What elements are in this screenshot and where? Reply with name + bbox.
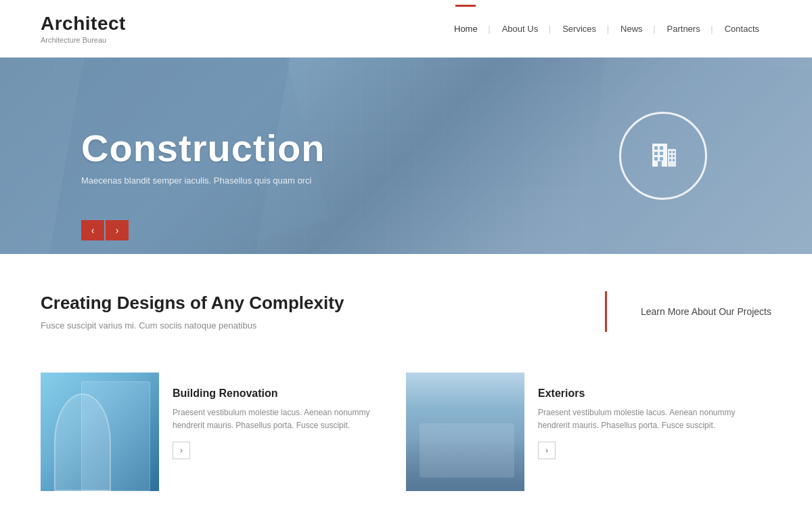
card-content-renovation: Building Renovation Praesent vestibulum … — [159, 373, 406, 491]
svg-rect-4 — [660, 152, 663, 155]
nav-item-news[interactable]: News — [608, 24, 655, 34]
svg-rect-6 — [660, 157, 663, 161]
info-text: Fusce suscipit varius mi. Cum sociis nat… — [41, 320, 571, 331]
svg-rect-10 — [673, 151, 675, 153]
svg-rect-14 — [673, 159, 675, 161]
nav-item-home[interactable]: Home — [442, 24, 490, 34]
hero-content: Construction Maecenas blandit semper iac… — [0, 126, 595, 186]
site-header: Architect Architecture Bureau Home About… — [0, 0, 812, 58]
card-image-renovation — [41, 373, 159, 491]
main-nav: Home About Us Services News Partners Con… — [442, 24, 771, 34]
nav-item-partners[interactable]: Partners — [655, 24, 713, 34]
card-image-exteriors — [406, 373, 524, 491]
hero-title: Construction — [81, 126, 595, 170]
card-building-renovation: Building Renovation Praesent vestibulum … — [41, 373, 406, 491]
cards-section: Building Renovation Praesent vestibulum … — [0, 359, 812, 491]
info-heading: Creating Designs of Any Complexity — [41, 293, 571, 314]
svg-rect-8 — [668, 149, 676, 167]
svg-rect-9 — [669, 151, 671, 153]
next-slide-button[interactable]: › — [106, 220, 129, 240]
building-icon — [646, 135, 681, 176]
logo-title: Architect — [41, 13, 126, 35]
info-left: Creating Designs of Any Complexity Fusce… — [41, 293, 571, 331]
card-title-exteriors: Exteriors — [538, 387, 758, 400]
logo: Architect Architecture Bureau — [41, 13, 126, 44]
nav-item-services[interactable]: Services — [550, 24, 608, 34]
svg-rect-2 — [660, 146, 663, 150]
svg-rect-5 — [654, 157, 658, 161]
card-exteriors: Exteriors Praesent vestibulum molestie l… — [406, 373, 771, 491]
hero-icon-circle — [619, 112, 707, 200]
svg-rect-3 — [654, 152, 658, 155]
card-title-renovation: Building Renovation — [173, 387, 392, 400]
info-section: Creating Designs of Any Complexity Fusce… — [0, 254, 812, 359]
card-arrow-renovation[interactable]: › — [173, 442, 190, 459]
logo-subtitle: Architecture Bureau — [41, 36, 126, 44]
learn-more-button[interactable]: Learn More About Our Projects — [641, 306, 771, 317]
svg-rect-11 — [669, 155, 671, 157]
nav-item-contacts[interactable]: Contacts — [713, 24, 771, 34]
info-right: Learn More About Our Projects — [641, 305, 771, 318]
svg-rect-7 — [658, 161, 662, 167]
info-divider — [605, 291, 607, 332]
hero-icon-area — [595, 112, 731, 200]
svg-rect-12 — [673, 155, 675, 157]
hero-arrows: ‹ › — [81, 220, 129, 240]
nav-item-about[interactable]: About Us — [490, 24, 550, 34]
card-text-exteriors: Praesent vestibulum molestie lacus. Aene… — [538, 406, 758, 432]
card-content-exteriors: Exteriors Praesent vestibulum molestie l… — [524, 373, 771, 491]
card-arrow-exteriors[interactable]: › — [538, 442, 556, 459]
hero-section: Construction Maecenas blandit semper iac… — [0, 58, 812, 254]
svg-rect-13 — [669, 159, 671, 161]
card-text-renovation: Praesent vestibulum molestie lacus. Aene… — [173, 406, 392, 432]
hero-subtitle: Maecenas blandit semper iaculis. Phasell… — [81, 175, 595, 186]
prev-slide-button[interactable]: ‹ — [81, 220, 104, 240]
svg-rect-1 — [654, 146, 658, 150]
